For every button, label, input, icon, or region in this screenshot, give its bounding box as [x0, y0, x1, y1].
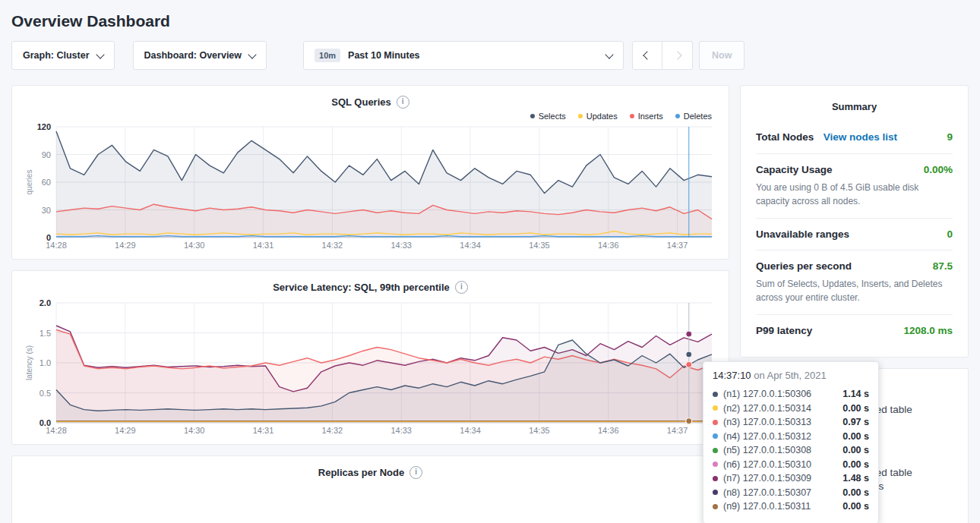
legend-item-deletes[interactable]: Deletes: [675, 112, 712, 121]
legend-item-inserts[interactable]: Inserts: [630, 112, 663, 121]
capacity-label: Capacity Usage: [756, 164, 833, 175]
svg-text:14:29: 14:29: [115, 241, 136, 250]
svg-text:90: 90: [42, 150, 51, 159]
svg-text:14:37: 14:37: [667, 241, 688, 250]
graph-dropdown[interactable]: Graph: Cluster: [11, 41, 115, 70]
toolbar: Graph: Cluster Dashboard: Overview 10m P…: [11, 41, 969, 70]
page-title: Overview Dashboard: [11, 12, 969, 30]
svg-text:14:29: 14:29: [115, 426, 136, 435]
tooltip-row: (n9) 127.0.0.1:503110.00 s: [713, 499, 869, 514]
tooltip-row: (n7) 127.0.0.1:503091.48 s: [713, 471, 869, 486]
capacity-subtext: You are using 0 B of 4.5 GiB usable disk…: [756, 181, 953, 208]
node-color-dot-icon: [713, 420, 718, 425]
svg-text:14:30: 14:30: [184, 241, 205, 250]
svg-text:14:34: 14:34: [460, 426, 481, 435]
chevron-down-icon: [248, 50, 256, 58]
svg-text:14:32: 14:32: [322, 241, 343, 250]
legend-item-updates[interactable]: Updates: [578, 112, 618, 121]
tooltip-rows: (n1) 127.0.0.1:503061.14 s(n2) 127.0.0.1…: [713, 387, 869, 514]
unavailable-ranges-label: Unavailable ranges: [756, 228, 849, 240]
node-latency-value: 1.48 s: [842, 473, 869, 484]
node-address: (n9) 127.0.0.1:50311: [723, 501, 811, 512]
legend-label: Updates: [586, 112, 618, 121]
info-icon[interactable]: [397, 96, 409, 109]
time-range-badge: 10m: [315, 49, 340, 62]
tooltip-row: (n1) 127.0.0.1:503061.14 s: [713, 387, 869, 402]
svg-text:2.0: 2.0: [40, 298, 51, 307]
svg-text:14:31: 14:31: [253, 426, 274, 435]
p99-latency-value: 1208.0 ms: [903, 325, 953, 336]
legend-label: Selects: [539, 112, 566, 121]
svg-text:0.0: 0.0: [40, 418, 51, 427]
chart-title: SQL Queries: [331, 96, 391, 108]
legend-item-selects[interactable]: Selects: [530, 112, 566, 121]
info-icon[interactable]: [455, 281, 468, 294]
view-nodes-link[interactable]: View nodes list: [824, 131, 897, 143]
time-back-button[interactable]: [632, 41, 662, 70]
svg-text:14:33: 14:33: [390, 241, 412, 250]
chart-hover-tooltip: 14:37:10 on Apr 5th, 2021 (n1) 127.0.0.1…: [703, 361, 879, 523]
tooltip-row: (n6) 127.0.0.1:503100.00 s: [713, 458, 869, 472]
replicas-chart[interactable]: [24, 479, 716, 523]
graph-dropdown-label: Graph: Cluster: [23, 50, 90, 61]
node-latency-value: 0.00 s: [842, 431, 869, 442]
node-address: (n5) 127.0.0.1:50308: [723, 445, 811, 455]
legend-label: Inserts: [638, 112, 663, 121]
node-latency-value: 0.00 s: [842, 445, 869, 455]
qps-label: Queries per second: [756, 260, 852, 272]
svg-text:0: 0: [46, 233, 51, 242]
svg-text:14:31: 14:31: [253, 241, 274, 250]
summary-row-total-nodes: Total Nodes View nodes list 9: [756, 120, 953, 153]
now-button[interactable]: Now: [699, 41, 744, 70]
node-color-dot-icon: [713, 433, 718, 439]
svg-text:14:33: 14:33: [390, 426, 412, 435]
summary-row-capacity: Capacity Usage 0.00% You are using 0 B o…: [756, 153, 953, 218]
tooltip-row: (n4) 127.0.0.1:503120.00 s: [713, 430, 869, 444]
node-latency-value: 1.14 s: [842, 389, 869, 399]
node-color-dot-icon: [713, 392, 718, 397]
chart-title: Replicas per Node: [318, 467, 404, 478]
total-nodes-label: Total Nodes: [756, 131, 814, 143]
chart-card-sql-queries: SQL Queries SelectsUpdatesInsertsDeletes…: [11, 85, 729, 260]
chevron-down-icon: [605, 50, 613, 58]
node-color-dot-icon: [713, 504, 718, 509]
total-nodes-value: 9: [947, 131, 953, 143]
chart-title-row: SQL Queries: [24, 95, 716, 109]
chart-title-row: Replicas per Node: [24, 465, 716, 479]
node-address: (n7) 127.0.0.1:50309: [723, 473, 811, 484]
chart-card-replicas: Replicas per Node: [11, 455, 729, 523]
svg-text:14:37: 14:37: [667, 426, 688, 435]
capacity-value: 0.00%: [924, 164, 953, 175]
svg-text:14:35: 14:35: [529, 241, 550, 250]
qps-value: 87.5: [933, 260, 953, 272]
legend-dot-icon: [675, 114, 680, 118]
node-color-dot-icon: [713, 405, 718, 411]
time-range-dropdown[interactable]: 10m Past 10 Minutes: [303, 41, 624, 70]
chart-title-row: Service Latency: SQL, 99th percentile: [24, 280, 716, 294]
chevron-left-icon: [643, 51, 651, 59]
svg-text:0.5: 0.5: [40, 389, 51, 398]
info-icon[interactable]: [409, 466, 422, 479]
svg-text:1.0: 1.0: [40, 358, 51, 367]
dashboard-dropdown[interactable]: Dashboard: Overview: [133, 41, 267, 70]
time-forward-button[interactable]: [662, 41, 693, 70]
legend-label: Deletes: [684, 112, 712, 121]
summary-panel: Summary Total Nodes View nodes list 9 Ca…: [740, 85, 969, 358]
tooltip-date: on Apr 5th, 2021: [754, 370, 826, 381]
tooltip-time: 14:37:10: [713, 370, 751, 381]
sql-queries-chart[interactable]: 14:2814:2914:3014:3114:3214:3314:3414:35…: [24, 122, 716, 251]
node-latency-value: 0.00 s: [842, 459, 869, 470]
tooltip-row: (n8) 127.0.0.1:503070.00 s: [713, 486, 869, 500]
summary-title: Summary: [756, 96, 953, 120]
tooltip-row: (n2) 127.0.0.1:503140.00 s: [713, 402, 869, 416]
chevron-right-icon: [673, 51, 681, 59]
legend-dot-icon: [630, 114, 634, 118]
node-color-dot-icon: [713, 448, 718, 453]
service-latency-chart[interactable]: 14:2814:2914:3014:3114:3214:3314:3414:35…: [24, 298, 716, 436]
svg-text:14:34: 14:34: [460, 241, 481, 250]
node-latency-value: 0.00 s: [842, 487, 869, 498]
summary-row-p99: P99 latency 1208.0 ms: [756, 314, 953, 346]
charts-column: SQL Queries SelectsUpdatesInsertsDeletes…: [11, 85, 729, 523]
node-latency-value: 0.00 s: [842, 501, 869, 512]
chart-card-service-latency: Service Latency: SQL, 99th percentile 14…: [11, 270, 729, 445]
